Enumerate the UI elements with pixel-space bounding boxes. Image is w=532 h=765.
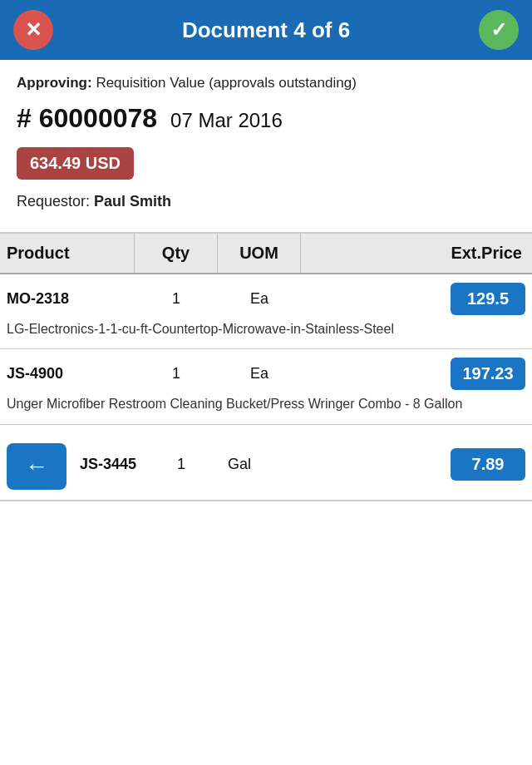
- uom-1: Ea: [218, 290, 301, 308]
- approving-text: Requisition Value (approvals outstanding…: [92, 75, 357, 91]
- document-number-line: # 60000078 07 Mar 2016: [17, 103, 515, 134]
- product-code-1: MO-2318: [0, 290, 135, 308]
- price-cell-2: 197.23: [301, 358, 532, 390]
- approve-button[interactable]: ✓: [479, 10, 519, 50]
- number-prefix: #: [17, 103, 32, 133]
- col-header-qty: Qty: [135, 234, 218, 273]
- amount-badge: 634.49 USD: [17, 147, 134, 180]
- product-code-2: JS-4900: [0, 365, 135, 382]
- qty-1: 1: [135, 290, 218, 308]
- table-header: Product Qty UOM Ext.Price: [0, 234, 532, 274]
- line-row-1: MO-2318 1 Ea 129.5: [0, 283, 532, 315]
- close-icon: ✕: [25, 18, 42, 42]
- approving-label: Approving:: [17, 75, 92, 91]
- line-item-1: MO-2318 1 Ea 129.5 LG-Electronics-1-1-cu…: [0, 274, 532, 349]
- items-table: Product Qty UOM Ext.Price MO-2318 1 Ea 1…: [0, 232, 532, 501]
- uom-2: Ea: [218, 365, 301, 382]
- price-cell-1: 129.5: [301, 283, 532, 315]
- price-badge-3: 7.89: [451, 448, 525, 481]
- content-area: Approving: Requisition Value (approvals …: [0, 60, 532, 232]
- product-code-3: JS-3445: [73, 456, 156, 473]
- check-icon: ✓: [490, 18, 507, 42]
- col-header-product: Product: [0, 234, 135, 273]
- line-row-2: JS-4900 1 Ea 197.23: [0, 358, 532, 390]
- header-title: Document 4 of 6: [53, 17, 479, 43]
- requestor-line: Requestor: Paul Smith: [17, 193, 515, 210]
- number-value: 60000078: [39, 103, 157, 133]
- line-item-3: ← JS-3445 1 Gal 7.89: [0, 425, 532, 501]
- back-icon: ←: [25, 453, 48, 480]
- col-header-uom: UOM: [218, 234, 301, 273]
- requestor-name: Paul Smith: [94, 193, 171, 210]
- line-row-3: JS-3445 1 Gal 7.89: [73, 448, 532, 481]
- col-header-price: Ext.Price: [301, 234, 532, 273]
- requestor-label: Requestor:: [17, 193, 90, 210]
- price-badge-1: 129.5: [451, 283, 525, 315]
- qty-2: 1: [135, 365, 218, 382]
- price-cell-3: 7.89: [273, 448, 532, 481]
- price-badge-2: 197.23: [451, 358, 525, 390]
- document-number: # 60000078: [17, 103, 157, 134]
- document-date: 07 Mar 2016: [170, 109, 283, 132]
- back-button[interactable]: ←: [7, 443, 66, 490]
- uom-3: Gal: [206, 456, 273, 473]
- approving-line: Approving: Requisition Value (approvals …: [17, 73, 515, 93]
- line-row-3-container: ← JS-3445 1 Gal 7.89: [0, 433, 532, 496]
- description-2: Unger Microfiber Restroom Cleaning Bucke…: [0, 390, 532, 413]
- close-button[interactable]: ✕: [13, 10, 53, 50]
- line-item-2: JS-4900 1 Ea 197.23 Unger Microfiber Res…: [0, 349, 532, 424]
- description-1: LG-Electronics-1-1-cu-ft-Countertop-Micr…: [0, 315, 532, 338]
- qty-3: 1: [156, 456, 206, 473]
- line-data-3: JS-3445 1 Gal 7.89: [73, 448, 532, 481]
- header: ✕ Document 4 of 6 ✓: [0, 0, 532, 60]
